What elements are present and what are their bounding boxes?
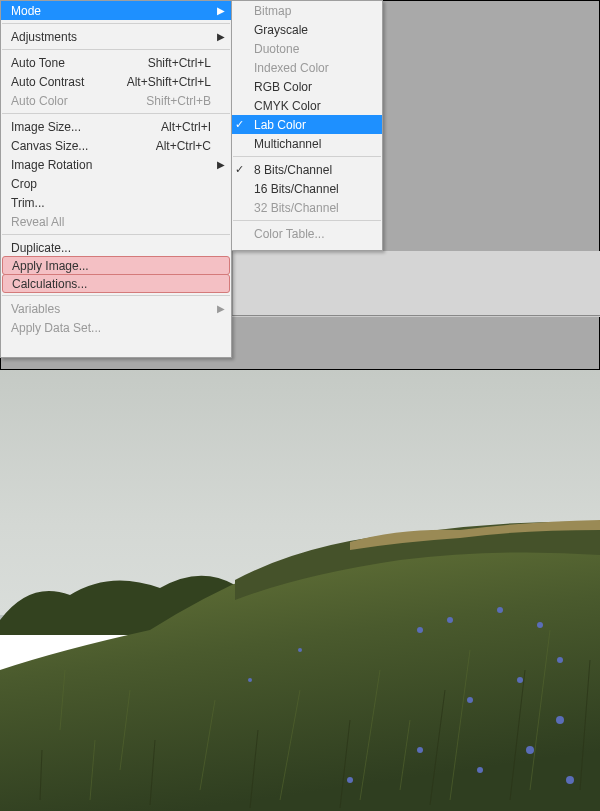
svg-point-3 [447,617,453,623]
menu-auto-contrast-label: Auto Contrast [11,75,127,89]
menu-auto-tone[interactable]: Auto Tone Shift+Ctrl+L [1,53,231,72]
menu-canvas-size[interactable]: Canvas Size... Alt+Ctrl+C [1,136,231,155]
mode-lab[interactable]: ✓ Lab Color [232,115,382,134]
menu-auto-color-label: Auto Color [11,94,146,108]
svg-point-11 [477,767,483,773]
panel-divider [232,315,600,317]
menu-separator [2,234,230,235]
submenu-arrow-icon: ▶ [217,32,225,42]
menu-apply-data-set: Apply Data Set... [1,318,231,337]
svg-point-16 [566,776,574,784]
menu-apply-image-label: Apply Image... [12,259,209,273]
menu-variables-label: Variables [11,302,211,316]
shortcut: Shift+Ctrl+B [146,94,211,108]
mode-indexed: Indexed Color [232,58,382,77]
mode-multichannel[interactable]: Multichannel [232,134,382,153]
menu-apply-image[interactable]: Apply Image... [2,256,230,275]
menu-duplicate[interactable]: Duplicate... [1,238,231,257]
menu-auto-color: Auto Color Shift+Ctrl+B [1,91,231,110]
menu-auto-contrast[interactable]: Auto Contrast Alt+Shift+Ctrl+L [1,72,231,91]
menu-mode[interactable]: Mode ▶ [1,1,231,20]
mode-grayscale[interactable]: Grayscale [232,20,382,39]
menu-canvas-size-label: Canvas Size... [11,139,156,153]
menu-separator [233,156,381,157]
menu-image-size-label: Image Size... [11,120,161,134]
svg-point-14 [298,648,302,652]
menu-crop-label: Crop [11,177,211,191]
shortcut: Alt+Ctrl+I [161,120,211,134]
svg-point-12 [417,747,423,753]
menu-image-rotation[interactable]: Image Rotation ▶ [1,155,231,174]
svg-point-4 [497,607,503,613]
svg-point-9 [556,716,564,724]
svg-point-10 [526,746,534,754]
document-area [233,251,600,315]
shortcut: Shift+Ctrl+L [148,56,211,70]
menu-mode-label: Mode [11,4,211,18]
menu-apply-data-set-label: Apply Data Set... [11,321,211,335]
menu-image-size[interactable]: Image Size... Alt+Ctrl+I [1,117,231,136]
menu-calculations-label: Calculations... [12,277,209,291]
menu-duplicate-label: Duplicate... [11,241,211,255]
menu-trim-label: Trim... [11,196,211,210]
svg-point-6 [557,657,563,663]
mode-submenu: Bitmap Grayscale Duotone Indexed Color R… [231,0,383,251]
menu-separator [2,113,230,114]
svg-point-15 [248,678,252,682]
submenu-arrow-icon: ▶ [217,304,225,314]
image-menu: Mode ▶ Adjustments ▶ Auto Tone Shift+Ctr… [0,0,232,358]
menu-reveal-all-label: Reveal All [11,215,211,229]
mode-cmyk[interactable]: CMYK Color [232,96,382,115]
svg-point-7 [517,677,523,683]
checkmark-icon: ✓ [235,118,244,131]
menu-separator [2,295,230,296]
svg-point-5 [537,622,543,628]
svg-point-2 [417,627,423,633]
shortcut: Alt+Ctrl+C [156,139,211,153]
landscape-photo [0,370,600,811]
mode-bitmap: Bitmap [232,1,382,20]
checkmark-icon: ✓ [235,163,244,176]
submenu-arrow-icon: ▶ [217,160,225,170]
menu-image-rotation-label: Image Rotation [11,158,211,172]
svg-point-8 [467,697,473,703]
mode-16bits[interactable]: 16 Bits/Channel [232,179,382,198]
menu-trim[interactable]: Trim... [1,193,231,212]
menu-adjustments-label: Adjustments [11,30,211,44]
mode-rgb[interactable]: RGB Color [232,77,382,96]
menu-crop[interactable]: Crop [1,174,231,193]
shortcut: Alt+Shift+Ctrl+L [127,75,211,89]
menu-separator [233,220,381,221]
menu-separator [2,23,230,24]
menu-separator [2,49,230,50]
mode-32bits: 32 Bits/Channel [232,198,382,217]
menu-variables: Variables ▶ [1,299,231,318]
menu-adjustments[interactable]: Adjustments ▶ [1,27,231,46]
menu-auto-tone-label: Auto Tone [11,56,148,70]
submenu-arrow-icon: ▶ [217,6,225,16]
menu-reveal-all: Reveal All [1,212,231,231]
mode-color-table: Color Table... [232,224,382,243]
mode-duotone: Duotone [232,39,382,58]
menu-calculations[interactable]: Calculations... [2,274,230,293]
mode-8bits[interactable]: ✓ 8 Bits/Channel [232,160,382,179]
svg-point-13 [347,777,353,783]
